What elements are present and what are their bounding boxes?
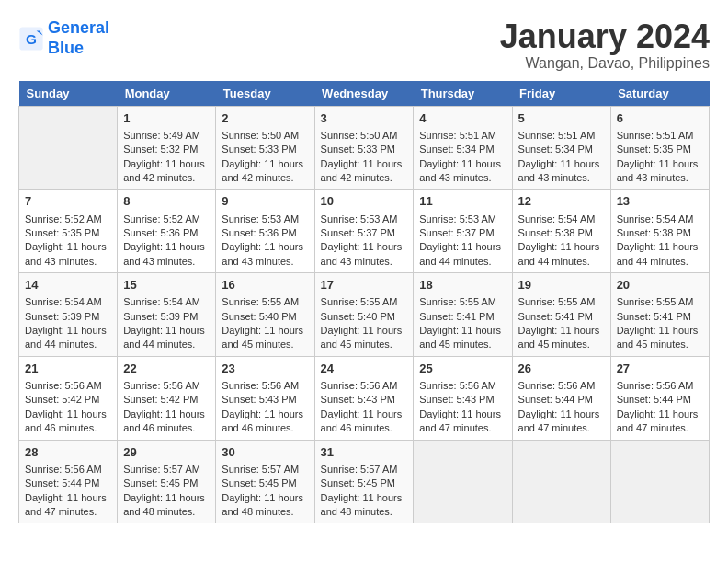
week-row-4: 21Sunrise: 5:56 AM Sunset: 5:42 PM Dayli… <box>19 356 710 440</box>
day-number: 8 <box>123 193 210 210</box>
day-info: Sunrise: 5:55 AM Sunset: 5:41 PM Dayligh… <box>518 295 605 352</box>
calendar-cell: 7Sunrise: 5:52 AM Sunset: 5:35 PM Daylig… <box>19 190 118 273</box>
day-header-thursday: Thursday <box>414 81 512 107</box>
week-row-3: 14Sunrise: 5:54 AM Sunset: 5:39 PM Dayli… <box>19 273 710 357</box>
day-info: Sunrise: 5:56 AM Sunset: 5:43 PM Dayligh… <box>222 379 308 436</box>
day-info: Sunrise: 5:51 AM Sunset: 5:34 PM Dayligh… <box>419 129 506 186</box>
day-number: 12 <box>518 193 605 210</box>
calendar-cell: 28Sunrise: 5:56 AM Sunset: 5:44 PM Dayli… <box>19 440 118 523</box>
calendar-cell: 4Sunrise: 5:51 AM Sunset: 5:34 PM Daylig… <box>414 106 512 190</box>
calendar-cell <box>414 440 512 523</box>
day-number: 19 <box>518 277 605 293</box>
day-number: 16 <box>222 277 308 293</box>
calendar-title: January 2024 <box>500 18 710 55</box>
day-number: 28 <box>25 444 111 461</box>
day-number: 15 <box>123 277 210 293</box>
calendar-cell: 2Sunrise: 5:50 AM Sunset: 5:33 PM Daylig… <box>216 106 314 190</box>
day-info: Sunrise: 5:55 AM Sunset: 5:40 PM Dayligh… <box>222 295 308 352</box>
calendar-cell: 17Sunrise: 5:55 AM Sunset: 5:40 PM Dayli… <box>314 273 414 357</box>
day-info: Sunrise: 5:56 AM Sunset: 5:44 PM Dayligh… <box>25 463 111 520</box>
calendar-cell: 24Sunrise: 5:56 AM Sunset: 5:43 PM Dayli… <box>314 356 414 440</box>
calendar-cell <box>610 440 709 523</box>
day-info: Sunrise: 5:51 AM Sunset: 5:35 PM Dayligh… <box>617 129 703 186</box>
calendar-cell: 1Sunrise: 5:49 AM Sunset: 5:32 PM Daylig… <box>118 106 216 190</box>
day-header-saturday: Saturday <box>610 81 709 107</box>
day-header-friday: Friday <box>512 81 610 107</box>
calendar-cell: 15Sunrise: 5:54 AM Sunset: 5:39 PM Dayli… <box>118 273 216 357</box>
logo-line1: General <box>48 18 109 37</box>
day-info: Sunrise: 5:50 AM Sunset: 5:33 PM Dayligh… <box>222 129 308 186</box>
day-info: Sunrise: 5:50 AM Sunset: 5:33 PM Dayligh… <box>321 129 408 186</box>
calendar-cell <box>19 106 118 190</box>
day-number: 26 <box>518 361 605 377</box>
day-info: Sunrise: 5:53 AM Sunset: 5:37 PM Dayligh… <box>419 213 506 270</box>
day-info: Sunrise: 5:51 AM Sunset: 5:34 PM Dayligh… <box>518 129 605 186</box>
calendar-cell: 27Sunrise: 5:56 AM Sunset: 5:44 PM Dayli… <box>610 356 709 440</box>
calendar-cell: 16Sunrise: 5:55 AM Sunset: 5:40 PM Dayli… <box>216 273 314 357</box>
calendar-cell: 21Sunrise: 5:56 AM Sunset: 5:42 PM Dayli… <box>19 356 118 440</box>
day-info: Sunrise: 5:56 AM Sunset: 5:43 PM Dayligh… <box>419 379 506 436</box>
day-number: 6 <box>617 110 703 127</box>
day-number: 18 <box>419 277 506 293</box>
day-info: Sunrise: 5:56 AM Sunset: 5:44 PM Dayligh… <box>518 379 605 436</box>
day-info: Sunrise: 5:56 AM Sunset: 5:44 PM Dayligh… <box>617 379 703 436</box>
title-block: January 2024 Wangan, Davao, Philippines <box>500 18 710 72</box>
calendar-cell: 31Sunrise: 5:57 AM Sunset: 5:45 PM Dayli… <box>314 440 414 523</box>
day-number: 22 <box>123 361 210 377</box>
calendar-cell: 19Sunrise: 5:55 AM Sunset: 5:41 PM Dayli… <box>512 273 610 357</box>
day-info: Sunrise: 5:53 AM Sunset: 5:37 PM Dayligh… <box>321 213 408 270</box>
logo-text: General Blue <box>48 18 109 58</box>
calendar-cell: 8Sunrise: 5:52 AM Sunset: 5:36 PM Daylig… <box>118 190 216 273</box>
day-info: Sunrise: 5:52 AM Sunset: 5:35 PM Dayligh… <box>25 213 111 270</box>
day-number: 10 <box>321 193 408 210</box>
day-header-wednesday: Wednesday <box>314 81 414 107</box>
day-info: Sunrise: 5:49 AM Sunset: 5:32 PM Dayligh… <box>123 129 210 186</box>
calendar-cell: 14Sunrise: 5:54 AM Sunset: 5:39 PM Dayli… <box>19 273 118 357</box>
calendar-cell: 23Sunrise: 5:56 AM Sunset: 5:43 PM Dayli… <box>216 356 314 440</box>
logo-icon: G <box>18 26 44 52</box>
day-info: Sunrise: 5:55 AM Sunset: 5:41 PM Dayligh… <box>617 295 703 352</box>
day-number: 17 <box>321 277 408 293</box>
calendar-cell: 6Sunrise: 5:51 AM Sunset: 5:35 PM Daylig… <box>610 106 709 190</box>
day-number: 1 <box>123 110 210 127</box>
day-number: 7 <box>25 193 111 210</box>
day-info: Sunrise: 5:54 AM Sunset: 5:39 PM Dayligh… <box>123 295 210 352</box>
day-header-tuesday: Tuesday <box>216 81 314 107</box>
day-info: Sunrise: 5:55 AM Sunset: 5:41 PM Dayligh… <box>419 295 506 352</box>
calendar-cell: 3Sunrise: 5:50 AM Sunset: 5:33 PM Daylig… <box>314 106 414 190</box>
calendar-cell: 25Sunrise: 5:56 AM Sunset: 5:43 PM Dayli… <box>414 356 512 440</box>
calendar-cell: 30Sunrise: 5:57 AM Sunset: 5:45 PM Dayli… <box>216 440 314 523</box>
calendar-table: SundayMondayTuesdayWednesdayThursdayFrid… <box>18 81 710 524</box>
day-number: 27 <box>617 361 703 377</box>
logo: G General Blue <box>18 18 109 58</box>
week-row-5: 28Sunrise: 5:56 AM Sunset: 5:44 PM Dayli… <box>19 440 710 523</box>
day-info: Sunrise: 5:57 AM Sunset: 5:45 PM Dayligh… <box>321 463 408 520</box>
day-info: Sunrise: 5:56 AM Sunset: 5:42 PM Dayligh… <box>25 379 111 436</box>
calendar-body: 1Sunrise: 5:49 AM Sunset: 5:32 PM Daylig… <box>19 106 710 523</box>
calendar-cell: 5Sunrise: 5:51 AM Sunset: 5:34 PM Daylig… <box>512 106 610 190</box>
logo-line2: Blue <box>48 39 109 59</box>
calendar-cell: 26Sunrise: 5:56 AM Sunset: 5:44 PM Dayli… <box>512 356 610 440</box>
day-number: 5 <box>518 110 605 127</box>
calendar-cell: 12Sunrise: 5:54 AM Sunset: 5:38 PM Dayli… <box>512 190 610 273</box>
calendar-cell <box>512 440 610 523</box>
day-info: Sunrise: 5:57 AM Sunset: 5:45 PM Dayligh… <box>222 463 308 520</box>
day-number: 25 <box>419 361 506 377</box>
day-info: Sunrise: 5:54 AM Sunset: 5:38 PM Dayligh… <box>617 213 703 270</box>
calendar-cell: 22Sunrise: 5:56 AM Sunset: 5:42 PM Dayli… <box>118 356 216 440</box>
day-info: Sunrise: 5:53 AM Sunset: 5:36 PM Dayligh… <box>222 213 308 270</box>
calendar-cell: 29Sunrise: 5:57 AM Sunset: 5:45 PM Dayli… <box>118 440 216 523</box>
calendar-cell: 18Sunrise: 5:55 AM Sunset: 5:41 PM Dayli… <box>414 273 512 357</box>
day-number: 30 <box>222 444 308 461</box>
page-header: G General Blue January 2024 Wangan, Dava… <box>18 18 710 72</box>
svg-text:G: G <box>26 30 37 46</box>
day-number: 20 <box>617 277 703 293</box>
day-info: Sunrise: 5:56 AM Sunset: 5:42 PM Dayligh… <box>123 379 210 436</box>
day-info: Sunrise: 5:52 AM Sunset: 5:36 PM Dayligh… <box>123 213 210 270</box>
day-header-monday: Monday <box>118 81 216 107</box>
calendar-header: SundayMondayTuesdayWednesdayThursdayFrid… <box>19 81 710 107</box>
calendar-cell: 11Sunrise: 5:53 AM Sunset: 5:37 PM Dayli… <box>414 190 512 273</box>
day-info: Sunrise: 5:55 AM Sunset: 5:40 PM Dayligh… <box>321 295 408 352</box>
day-info: Sunrise: 5:54 AM Sunset: 5:38 PM Dayligh… <box>518 213 605 270</box>
day-number: 9 <box>222 193 308 210</box>
